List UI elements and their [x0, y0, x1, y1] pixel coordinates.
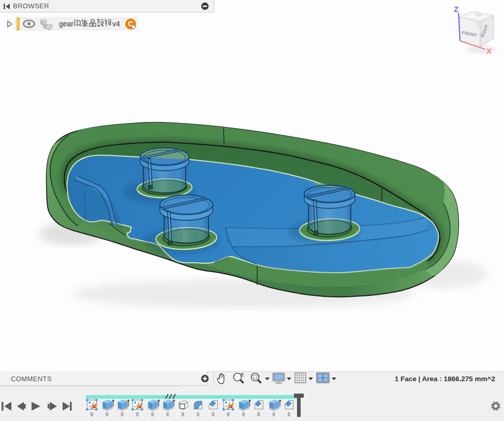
svg-text:X: X	[486, 47, 492, 55]
svg-text:Z: Z	[454, 5, 458, 13]
